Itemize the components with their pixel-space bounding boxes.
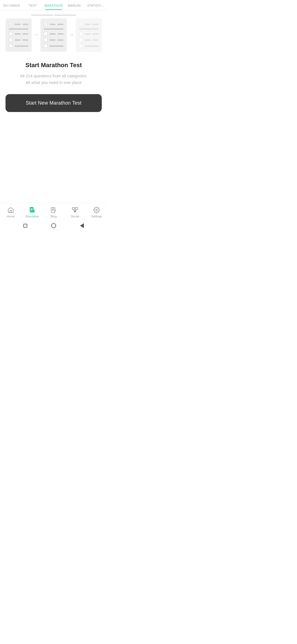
settings-icon <box>93 206 100 214</box>
arrow-2: → <box>68 31 74 39</box>
nav-home-label: Home <box>7 215 15 218</box>
nav-home[interactable]: Home <box>0 203 21 220</box>
tab-statistics[interactable]: STATISTI... <box>85 0 106 10</box>
svg-rect-5 <box>33 210 34 212</box>
tab-marathon[interactable]: MARATHON <box>43 0 64 10</box>
nav-settings[interactable]: Settings <box>86 203 107 220</box>
sys-back-button[interactable] <box>23 223 28 228</box>
main-content: ✓ → ✓ <box>0 10 107 203</box>
nav-education[interactable]: Education <box>21 203 43 220</box>
sys-home-button[interactable] <box>51 223 56 228</box>
education-icon <box>29 206 36 214</box>
svg-rect-0 <box>10 211 12 212</box>
svg-rect-6 <box>51 208 55 212</box>
marathon-title: Start Marathon Test <box>20 62 87 69</box>
nav-social-label: Social <box>71 215 79 218</box>
nav-blog-label: Blog <box>51 215 57 218</box>
tab-test[interactable]: TEST <box>22 0 43 10</box>
tab-navigation: SH CARDS TEST MARATHON MANUAL STATISTI..… <box>0 0 107 10</box>
checklist-card-1: ✓ <box>6 18 32 52</box>
nav-settings-label: Settings <box>91 215 102 218</box>
marathon-subtitle-1: All 214 questions from all categories. <box>20 73 87 79</box>
svg-rect-14 <box>74 211 76 212</box>
tab-manual[interactable]: MANUAL <box>64 0 85 10</box>
bottom-navigation: Home Education <box>0 203 107 232</box>
nav-social[interactable]: Social <box>64 203 86 220</box>
home-icon <box>7 206 14 214</box>
svg-point-15 <box>96 209 97 211</box>
blog-icon <box>50 206 57 214</box>
checklist-card-2: ✓ <box>40 18 67 52</box>
marathon-illustration: ✓ → ✓ <box>6 18 102 52</box>
title-section: Start Marathon Test All 214 questions fr… <box>20 62 87 86</box>
marathon-subtitle-2: All what you need in one place <box>20 79 87 86</box>
svg-rect-10 <box>72 208 75 209</box>
social-icon <box>72 206 79 214</box>
nav-blog[interactable]: Blog <box>43 203 64 220</box>
system-navigation <box>0 220 107 232</box>
tab-flash-cards[interactable]: SH CARDS <box>1 0 22 10</box>
sys-recent-button[interactable] <box>79 223 85 228</box>
svg-rect-11 <box>75 208 78 209</box>
nav-education-label: Education <box>26 215 39 218</box>
arrow-1: → <box>33 31 39 39</box>
start-marathon-button[interactable]: Start New Marathon Test <box>6 94 102 112</box>
checklist-card-3: ✓ <box>76 18 102 52</box>
